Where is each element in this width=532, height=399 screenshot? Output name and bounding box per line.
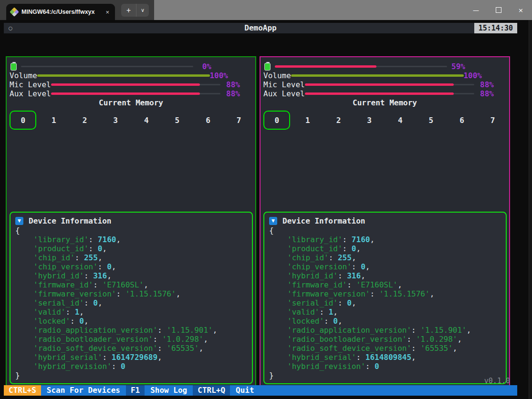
terminal-tab[interactable]: MINGW64:/c/Users/ffwxyx × — [6, 4, 115, 20]
device-information-box: ▼ Device Information { 'library_id': 716… — [263, 212, 507, 384]
brace-open: { — [10, 226, 252, 235]
memory-button-4[interactable]: 4 — [387, 111, 414, 130]
device-info-field-radio_application_version: 'radio_application_version': '1.15.901', — [264, 326, 506, 335]
footer-key-f1[interactable]: F1 — [126, 385, 145, 396]
collapse-checkbox[interactable]: ▼ — [269, 217, 277, 225]
device-info-field-hybrid_id: 'hybrid_id': 316, — [10, 271, 252, 280]
minimize-button[interactable]: — — [465, 0, 487, 20]
aux-level-percent: 88% — [463, 89, 494, 98]
device-info-field-firmware_version: 'firmware_version': '1.15.1576', — [264, 289, 506, 298]
volume-label: Volume — [263, 71, 291, 80]
memory-button-6[interactable]: 6 — [449, 111, 475, 130]
device-info-field-library_id: 'library_id': 7160, — [10, 235, 252, 244]
close-button[interactable]: × — [510, 0, 532, 20]
mic-level-slider[interactable] — [51, 84, 220, 85]
memory-button-0[interactable]: 0 — [10, 111, 36, 130]
mic-slider-row: Mic Level 88% — [7, 80, 255, 89]
new-tab-group: + ∨ — [121, 4, 149, 17]
memory-cell: 1 — [292, 110, 323, 131]
device-info-field-chip_version: 'chip_version': 0, — [264, 262, 506, 271]
device-info-field-hybrid_serial: 'hybrid_serial': 1614809845, — [264, 353, 506, 362]
triangle-down-icon: ▼ — [271, 219, 275, 223]
tab-strip: MINGW64:/c/Users/ffwxyx × + ∨ — [0, 0, 154, 20]
device-info-field-product_id: 'product_id': 0, — [10, 244, 252, 253]
battery-slider[interactable] — [275, 66, 447, 67]
aux-level-percent: 88% — [209, 89, 240, 98]
volume-percent: 100% — [451, 71, 482, 80]
memory-button-5[interactable]: 5 — [417, 111, 444, 130]
device-info-field-hybrid_revision: 'hybrid_revision': 0 — [10, 362, 252, 371]
volume-slider-row: Volume 100% — [261, 71, 509, 80]
battery-percent: 59% — [435, 62, 465, 71]
memory-button-0[interactable]: 0 — [263, 111, 290, 130]
device-information-json: { 'library_id': 7160,'product_id': 0,'ch… — [10, 226, 252, 380]
footer-key-ctrl+q[interactable]: CTRL+Q — [193, 385, 230, 396]
tab-close-icon[interactable]: × — [104, 9, 110, 16]
current-memory-title: Current Memory — [261, 98, 509, 107]
device-info-field-chip_id: 'chip_id': 255, — [10, 253, 252, 262]
memory-button-4[interactable]: 4 — [133, 111, 160, 130]
collapse-checkbox[interactable]: ▼ — [15, 217, 23, 225]
aux-level-slider[interactable] — [305, 93, 474, 94]
memory-cell: 7 — [223, 110, 254, 131]
volume-percent: 100% — [198, 71, 228, 80]
aux-slider-row: Aux Level 88% — [261, 89, 509, 98]
memory-button-5[interactable]: 5 — [164, 111, 190, 130]
memory-cell: 3 — [354, 110, 385, 131]
memory-cell: 5 — [416, 110, 447, 131]
memory-button-6[interactable]: 6 — [195, 111, 221, 130]
device-information-header: ▼ Device Information — [10, 213, 252, 226]
footer-key-ctrl+s[interactable]: CTRL+S — [4, 385, 41, 396]
volume-slider[interactable] — [37, 75, 210, 76]
battery-slider[interactable] — [21, 66, 193, 67]
memory-button-2[interactable]: 2 — [72, 111, 98, 130]
volume-slider[interactable] — [291, 75, 464, 76]
battery-icon — [264, 62, 271, 71]
header-circle-icon: ○ — [9, 23, 12, 33]
device-info-field-hybrid_revision: 'hybrid_revision': 0 — [264, 362, 506, 371]
memory-button-2[interactable]: 2 — [325, 111, 352, 130]
device-info-field-firmware_version: 'firmware_version': '1.15.1576', — [10, 289, 252, 298]
battery-percent: 0% — [181, 62, 211, 71]
app-title: DemoApp — [4, 23, 517, 33]
triangle-down-icon: ▼ — [18, 219, 21, 223]
mic-level-percent: 88% — [463, 80, 494, 89]
device-panel-right[interactable]: 59% Volume 100% Mic Level 88% Aux Level … — [260, 56, 510, 396]
device-info-field-firmware_id: 'firmware_id': 'E7160SL', — [10, 280, 252, 289]
device-info-field-hybrid_id: 'hybrid_id': 316, — [264, 271, 506, 280]
memory-cell: 0 — [261, 110, 292, 131]
memory-cell: 0 — [8, 110, 39, 131]
memory-button-3[interactable]: 3 — [356, 111, 383, 130]
memory-cell: 4 — [385, 110, 416, 131]
device-info-field-radio_application_version: 'radio_application_version': '1.15.901', — [10, 326, 252, 335]
memory-button-7[interactable]: 7 — [480, 111, 506, 130]
memory-cell: 4 — [131, 110, 162, 131]
memory-button-1[interactable]: 1 — [294, 111, 321, 130]
memory-button-7[interactable]: 7 — [226, 111, 252, 130]
aux-level-label: Aux Level — [263, 89, 305, 98]
memory-cell: 5 — [162, 110, 193, 131]
msys-icon — [10, 7, 19, 17]
aux-level-slider[interactable] — [51, 93, 220, 94]
memory-buttons: 01234567 — [8, 110, 254, 131]
new-tab-button[interactable]: + — [121, 4, 136, 17]
device-info-field-serial_id: 'serial_id': 0, — [10, 298, 252, 307]
footer-action-quit[interactable]: Quit — [230, 385, 260, 396]
device-info-field-radio_soft_device_version: 'radio_soft_device_version': '65535', — [264, 344, 506, 353]
device-panel-left[interactable]: 0% Volume 100% Mic Level 88% Aux Level 8… — [6, 56, 256, 396]
memory-cell: 6 — [447, 110, 478, 131]
device-information-json: { 'library_id': 7160,'product_id': 0,'ch… — [264, 226, 506, 380]
memory-button-1[interactable]: 1 — [41, 111, 67, 130]
device-information-title: Device Information — [282, 216, 365, 225]
mic-level-slider[interactable] — [305, 84, 474, 85]
device-info-field-radio_bootloader_version: 'radio_bootloader_version': '1.0.298', — [264, 335, 506, 344]
footer-action-show-log[interactable]: Show Log — [145, 385, 193, 396]
maximize-button[interactable] — [487, 0, 510, 20]
tab-dropdown-icon[interactable]: ∨ — [136, 4, 149, 17]
header-clock: 15:14:30 — [474, 23, 517, 33]
app-version: v0.1.0 — [484, 377, 510, 385]
memory-button-3[interactable]: 3 — [102, 111, 129, 130]
footer-action-scan-for-devices[interactable]: Scan For Devices — [41, 385, 126, 396]
current-memory-title: Current Memory — [7, 98, 255, 107]
memory-cell: 6 — [193, 110, 224, 131]
